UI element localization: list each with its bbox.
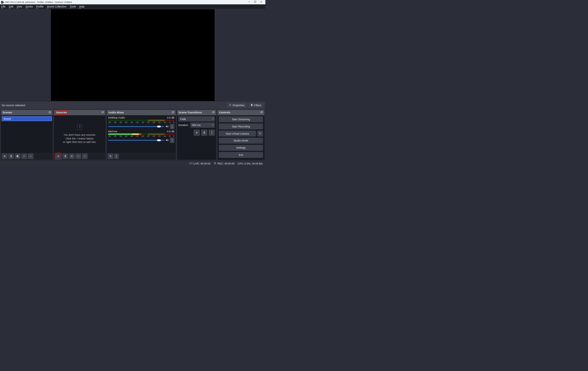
svg-point-28 — [116, 156, 117, 156]
filters-button[interactable]: Filters — [248, 103, 264, 108]
mixer-header: Audio Mixer — [107, 110, 176, 115]
mixer-channel: Mic/Aux0.0 dB-60-55-50-45-40-35-30-25-20… — [108, 130, 174, 143]
svg-point-38 — [191, 163, 191, 164]
duration-input[interactable]: 300 ms — [190, 123, 215, 128]
mixer-menu-button[interactable] — [114, 154, 119, 159]
svg-point-19 — [172, 125, 172, 126]
preview-canvas[interactable] — [51, 9, 215, 101]
menu-profile[interactable]: Profile — [36, 5, 44, 8]
menubar: File Edit View Docks Profile Scene Colle… — [0, 4, 266, 9]
svg-point-29 — [116, 157, 117, 158]
status-live: LIVE: 00:00:00 — [189, 162, 210, 165]
sources-list[interactable]: ? You don't have any sources. Click the … — [54, 115, 106, 153]
remove-transition-button[interactable] — [201, 129, 208, 136]
svg-point-27 — [116, 155, 117, 156]
settings-button[interactable]: Settings — [219, 145, 263, 151]
svg-rect-10 — [17, 155, 17, 157]
svg-rect-36 — [261, 112, 262, 113]
menu-file[interactable]: File — [1, 5, 6, 8]
channel-name: Desktop Audio — [108, 116, 125, 119]
svg-line-41 — [214, 162, 216, 164]
channel-db: 0.0 dB — [167, 116, 175, 119]
filters-icon — [251, 104, 253, 107]
volume-slider[interactable] — [108, 126, 164, 127]
menu-view[interactable]: View — [17, 5, 22, 8]
controls-body: Start Streaming Start Recording Start Vi… — [217, 115, 264, 160]
svg-point-34 — [212, 132, 212, 133]
virtual-camera-settings-button[interactable] — [257, 131, 263, 137]
transitions-dock: Scene Transitions Fade Duration 300 ms — [177, 110, 216, 160]
remove-source-button[interactable] — [63, 153, 68, 159]
remove-scene-button[interactable] — [8, 153, 14, 159]
svg-rect-11 — [18, 155, 18, 157]
sources-empty-line: Click the + button below, — [63, 137, 96, 140]
undock-icon[interactable] — [49, 111, 51, 114]
channel-menu-button[interactable] — [170, 124, 174, 129]
scene-item[interactable]: Scene — [2, 116, 52, 121]
sources-footer — [54, 153, 106, 160]
undock-icon[interactable] — [172, 111, 174, 114]
svg-point-33 — [212, 131, 212, 132]
add-source-button[interactable] — [55, 153, 61, 159]
undock-icon[interactable] — [212, 111, 215, 114]
start-virtual-camera-button[interactable]: Start Virtual Camera — [219, 131, 256, 137]
meter-ticks: -60-55-50-45-40-35-30-25-20-15-10-50 — [108, 135, 174, 137]
svg-point-35 — [212, 133, 212, 134]
docks-row: Scenes Scene Sources ? — [0, 109, 266, 161]
sources-empty-line: or right click here to add one. — [63, 140, 96, 144]
scenes-list[interactable]: Scene — [1, 115, 53, 153]
speaker-icon[interactable] — [165, 125, 169, 128]
chevron-updown-icon — [212, 123, 214, 127]
start-recording-button[interactable]: Start Recording — [219, 123, 263, 129]
svg-point-23 — [172, 140, 172, 141]
scene-filter-button[interactable] — [15, 153, 20, 159]
level-meter — [108, 120, 174, 121]
question-box-icon: ? — [77, 124, 83, 131]
gear-icon — [229, 104, 231, 107]
statusbar: LIVE: 00:00:00 REC: 00:00:00 CPU: 0.3%, … — [0, 161, 266, 166]
channel-menu-button[interactable] — [170, 137, 174, 143]
mixer-footer — [107, 153, 176, 160]
transition-menu-button[interactable] — [209, 129, 215, 136]
advanced-audio-button[interactable] — [108, 153, 113, 159]
menu-help[interactable]: Help — [79, 5, 85, 8]
source-properties-button[interactable] — [69, 153, 75, 159]
controls-title: Controls — [219, 111, 230, 114]
transition-select[interactable]: Fade — [178, 116, 215, 121]
menu-scene-collection[interactable]: Scene Collection — [47, 5, 66, 8]
move-source-up-button[interactable] — [76, 153, 81, 159]
scenes-header: Scenes — [1, 110, 53, 115]
studio-mode-button[interactable]: Studio Mode — [219, 138, 263, 144]
exit-button[interactable]: Exit — [219, 152, 263, 158]
broadcast-icon — [189, 162, 192, 165]
svg-point-21 — [172, 127, 172, 128]
svg-rect-6 — [252, 104, 253, 106]
sources-empty-line: You don't have any sources. — [63, 133, 96, 137]
svg-point-26 — [111, 156, 111, 157]
svg-point-22 — [172, 139, 172, 139]
close-button[interactable] — [260, 1, 262, 3]
volume-slider[interactable] — [108, 140, 164, 141]
start-streaming-button[interactable]: Start Streaming — [219, 116, 263, 122]
sources-dock: Sources ? You don't have any sources. Cl… — [54, 110, 106, 160]
maximize-button[interactable] — [254, 1, 256, 3]
no-source-label: No source selected — [2, 104, 25, 107]
transitions-title: Scene Transitions — [179, 111, 202, 114]
minimize-button[interactable] — [248, 1, 250, 3]
add-scene-button[interactable] — [2, 153, 7, 159]
scenes-footer — [1, 153, 53, 160]
source-toolbar: No source selected Properties Filters — [0, 101, 266, 109]
menu-docks[interactable]: Docks — [26, 5, 33, 8]
move-scene-down-button[interactable] — [28, 153, 34, 159]
menu-edit[interactable]: Edit — [9, 5, 13, 8]
svg-point-20 — [172, 126, 172, 127]
speaker-icon[interactable] — [165, 139, 169, 142]
add-transition-button[interactable] — [194, 129, 200, 136]
undock-icon[interactable] — [101, 111, 104, 114]
move-scene-up-button[interactable] — [21, 153, 27, 159]
move-source-down-button[interactable] — [82, 153, 88, 159]
svg-point-25 — [110, 156, 110, 156]
undock-icon[interactable] — [260, 111, 263, 114]
properties-button[interactable]: Properties — [227, 103, 247, 108]
menu-tools[interactable]: Tools — [70, 5, 76, 8]
